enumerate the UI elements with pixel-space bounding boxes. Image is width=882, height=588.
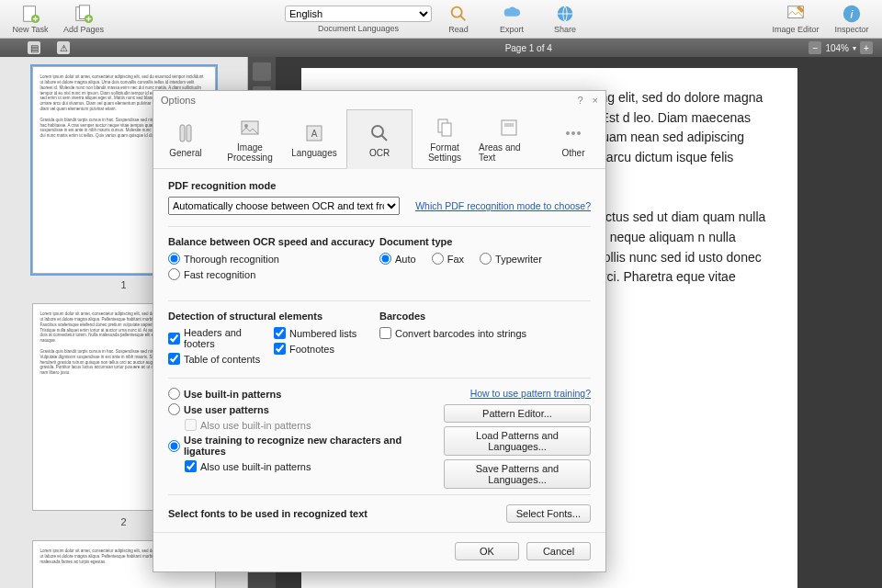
new-task-icon <box>20 4 40 24</box>
svg-rect-19 <box>502 120 516 135</box>
inspector-button[interactable]: i Inspector <box>825 0 878 39</box>
svg-point-23 <box>577 131 581 135</box>
pdf-mode-select[interactable]: Automatically choose between OCR and tex… <box>168 197 400 215</box>
options-dialog: Options ?× General Image Processing ALan… <box>153 90 606 572</box>
footnotes-checkbox[interactable]: Footnotes <box>274 343 334 355</box>
load-patterns-button[interactable]: Load Patterns and Languages... <box>444 426 591 456</box>
export-icon <box>502 4 522 24</box>
also-builtin-1-checkbox: Also use built-in patterns <box>185 419 311 431</box>
headers-checkbox[interactable]: Headers and footers <box>168 327 261 349</box>
tab-image-processing[interactable]: Image Processing <box>218 109 282 168</box>
tool-button-1[interactable] <box>253 62 271 81</box>
tab-languages[interactable]: ALanguages <box>282 109 346 168</box>
svg-point-21 <box>566 131 570 135</box>
ok-button[interactable]: OK <box>455 542 519 560</box>
svg-rect-18 <box>442 123 451 136</box>
toc-checkbox[interactable]: Table of contents <box>168 353 260 365</box>
doctype-label: Document type <box>379 236 591 247</box>
pdf-mode-help-link[interactable]: Which PDF recognition mode to choose? <box>415 200 591 211</box>
add-pages-button[interactable]: Add Pages <box>57 0 110 39</box>
training-radio[interactable]: Use training to recognize new characters… <box>168 435 422 457</box>
cancel-button[interactable]: Cancel <box>526 542 591 560</box>
image-editor-icon <box>786 4 806 24</box>
fast-radio[interactable]: Fast recognition <box>168 268 255 280</box>
fax-radio[interactable]: Fax <box>432 253 464 265</box>
thumbnails-tab-icon[interactable]: ▤ <box>28 41 40 54</box>
zoom-dropdown-icon[interactable]: ▾ <box>853 44 856 52</box>
balance-label: Balance between OCR speed and accuracy <box>168 236 379 247</box>
typewriter-radio[interactable]: Typewriter <box>480 253 542 265</box>
read-button[interactable]: Read <box>432 0 485 39</box>
pdf-mode-label: PDF recognition mode <box>168 180 591 191</box>
inspector-icon: i <box>842 4 862 24</box>
ocr-icon <box>368 122 391 144</box>
structural-label: Detection of structural elements <box>168 311 379 322</box>
add-pages-icon <box>74 4 94 24</box>
other-icon <box>561 122 585 144</box>
tab-general[interactable]: General <box>153 109 218 168</box>
zoom-out-button[interactable]: − <box>808 41 821 54</box>
close-icon[interactable]: × <box>593 95 598 106</box>
pattern-editor-button[interactable]: Pattern Editor... <box>444 404 591 423</box>
help-icon[interactable]: ? <box>577 95 582 106</box>
tab-format-settings[interactable]: Format Settings <box>413 109 477 168</box>
select-fonts-button[interactable]: Select Fonts... <box>506 504 591 523</box>
language-selector: English Document Languages <box>285 6 432 33</box>
new-task-button[interactable]: New Task <box>4 0 57 39</box>
image-editor-button[interactable]: Image Editor <box>766 0 825 39</box>
languages-icon: A <box>302 122 326 144</box>
fonts-label: Select fonts to be used in recognized te… <box>168 508 368 519</box>
page-bar: ▤ ⚠ Page 1 of 4 − 104% ▾ + <box>0 39 882 57</box>
save-patterns-button[interactable]: Save Patterns and Languages... <box>444 459 591 489</box>
zoom-level: 104% <box>825 43 849 53</box>
user-patterns-radio[interactable]: Use user patterns <box>168 403 269 415</box>
tab-areas-text[interactable]: Areas and Text <box>477 109 541 168</box>
share-icon <box>555 4 575 24</box>
barcodes-checkbox[interactable]: Convert barcodes into strings <box>379 327 526 339</box>
barcodes-label: Barcodes <box>379 311 591 322</box>
general-icon <box>174 122 198 144</box>
zoom-in-button[interactable]: + <box>860 41 873 54</box>
dialog-tabs: General Image Processing ALanguages OCR … <box>153 109 605 169</box>
language-select[interactable]: English <box>285 6 432 22</box>
format-icon <box>433 117 457 139</box>
also-builtin-2-checkbox[interactable]: Also use built-in patterns <box>185 460 311 472</box>
svg-point-22 <box>571 131 575 135</box>
auto-radio[interactable]: Auto <box>379 253 416 265</box>
image-processing-icon <box>238 117 262 139</box>
page-indicator: Page 1 of 4 <box>248 43 808 53</box>
export-button[interactable]: Export <box>485 0 538 39</box>
read-icon <box>448 4 469 24</box>
svg-text:A: A <box>311 129 318 139</box>
share-button[interactable]: Share <box>538 0 592 39</box>
thorough-radio[interactable]: Thorough recognition <box>168 253 279 265</box>
dialog-title: Options <box>161 95 196 106</box>
pattern-help-link[interactable]: How to use pattern training? <box>470 388 591 399</box>
areas-icon <box>497 117 521 139</box>
svg-rect-20 <box>504 123 514 127</box>
svg-rect-11 <box>187 125 191 141</box>
builtin-patterns-radio[interactable]: Use built-in patterns <box>168 388 281 400</box>
tab-ocr[interactable]: OCR <box>346 109 413 169</box>
numbered-checkbox[interactable]: Numbered lists <box>274 327 356 339</box>
svg-rect-10 <box>180 125 185 141</box>
warnings-tab-icon[interactable]: ⚠ <box>57 41 70 54</box>
main-toolbar: New Task Add Pages English Document Lang… <box>0 0 882 39</box>
tab-other[interactable]: Other <box>541 109 605 168</box>
